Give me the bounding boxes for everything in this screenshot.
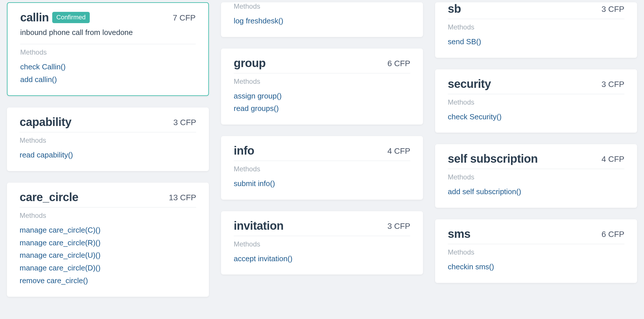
title-wrap: sms: [448, 227, 471, 240]
methods-label: Methods: [20, 136, 196, 144]
cfp-count: 3 CFP: [602, 5, 624, 14]
method-link[interactable]: manage care_circle(U)(): [20, 250, 196, 261]
card-header: self subscription4 CFP: [448, 152, 624, 165]
card-title: sb: [448, 2, 461, 15]
cfp-count: 4 CFP: [602, 155, 624, 164]
method-link[interactable]: remove care_circle(): [20, 275, 196, 286]
card-header: security3 CFP: [448, 77, 624, 90]
cfp-count: 13 CFP: [169, 193, 196, 202]
card-freshdesk[interactable]: Methodslog freshdesk(): [221, 2, 423, 37]
card-callin[interactable]: callinConfirmed7 CFPinbound phone call f…: [7, 2, 209, 96]
methods-list: check Callin()add callin(): [20, 62, 196, 85]
card-sb[interactable]: sb3 CFPMethodssend SB(): [435, 2, 637, 58]
method-link[interactable]: read groups(): [234, 103, 410, 114]
divider: [234, 73, 410, 73]
methods-list: assign group()read groups(): [234, 91, 410, 114]
divider: [448, 244, 624, 244]
divider: [20, 207, 196, 207]
cfp-count: 4 CFP: [387, 146, 410, 156]
card-header: sms6 CFP: [448, 227, 624, 240]
card-header: callinConfirmed7 CFP: [20, 11, 196, 24]
divider: [234, 161, 410, 161]
card-description: inbound phone call from lovedone: [20, 28, 196, 37]
card-sms[interactable]: sms6 CFPMethodscheckin sms(): [435, 219, 637, 283]
methods-label: Methods: [234, 2, 410, 10]
methods-list: add self subscription(): [448, 186, 624, 197]
method-link[interactable]: accept invitation(): [234, 253, 410, 264]
card-title: info: [234, 144, 254, 157]
method-link[interactable]: check Callin(): [20, 62, 196, 73]
cfp-count: 3 CFP: [173, 118, 196, 127]
card-title: callin: [20, 11, 49, 24]
card-title: capability: [20, 116, 72, 129]
title-wrap: self subscription: [448, 152, 538, 165]
cfp-count: 3 CFP: [602, 80, 624, 89]
column-2: sb3 CFPMethodssend SB()security3 CFPMeth…: [435, 2, 637, 297]
methods-label: Methods: [448, 173, 624, 181]
cfp-count: 6 CFP: [602, 230, 624, 239]
title-wrap: care_circle: [20, 191, 78, 204]
method-link[interactable]: check Security(): [448, 112, 624, 123]
methods-label: Methods: [20, 212, 196, 220]
card-header: group6 CFP: [234, 57, 410, 70]
methods-list: manage care_circle(C)()manage care_circl…: [20, 225, 196, 286]
methods-label: Methods: [448, 23, 624, 31]
card-header: capability3 CFP: [20, 116, 196, 129]
methods-list: check Security(): [448, 112, 624, 123]
cfp-count: 3 CFP: [387, 222, 410, 231]
methods-list: accept invitation(): [234, 253, 410, 264]
title-wrap: capability: [20, 116, 72, 129]
title-wrap: invitation: [234, 219, 284, 232]
methods-label: Methods: [20, 48, 196, 56]
title-wrap: callinConfirmed: [20, 11, 90, 24]
divider: [234, 236, 410, 236]
card-title: self subscription: [448, 152, 538, 165]
method-link[interactable]: send SB(): [448, 36, 624, 47]
card-header: info4 CFP: [234, 144, 410, 157]
card-self_subscription[interactable]: self subscription4 CFPMethodsadd self su…: [435, 144, 637, 208]
divider: [20, 132, 196, 132]
method-link[interactable]: add self subscription(): [448, 186, 624, 197]
card-header: invitation3 CFP: [234, 219, 410, 232]
card-capability[interactable]: capability3 CFPMethodsread capability(): [7, 107, 209, 171]
title-wrap: info: [234, 144, 254, 157]
card-title: invitation: [234, 219, 284, 232]
column-0: callinConfirmed7 CFPinbound phone call f…: [7, 2, 209, 297]
card-title: care_circle: [20, 191, 78, 204]
card-title: sms: [448, 227, 471, 240]
methods-label: Methods: [448, 98, 624, 106]
card-care_circle[interactable]: care_circle13 CFPMethodsmanage care_circ…: [7, 183, 209, 296]
methods-label: Methods: [234, 165, 410, 173]
divider: [448, 169, 624, 169]
method-link[interactable]: checkin sms(): [448, 261, 624, 272]
card-grid: callinConfirmed7 CFPinbound phone call f…: [0, 0, 644, 297]
divider: [20, 44, 196, 44]
method-link[interactable]: manage care_circle(R)(): [20, 238, 196, 248]
method-link[interactable]: manage care_circle(D)(): [20, 263, 196, 274]
method-link[interactable]: add callin(): [20, 74, 196, 85]
card-info[interactable]: info4 CFPMethodssubmit info(): [221, 136, 423, 200]
method-link[interactable]: read capability(): [20, 150, 196, 161]
card-group[interactable]: group6 CFPMethodsassign group()read grou…: [221, 49, 423, 125]
card-security[interactable]: security3 CFPMethodscheck Security(): [435, 69, 637, 133]
methods-label: Methods: [234, 240, 410, 248]
methods-label: Methods: [234, 77, 410, 86]
method-link[interactable]: manage care_circle(C)(): [20, 225, 196, 236]
methods-list: send SB(): [448, 36, 624, 47]
column-1: Methodslog freshdesk()group6 CFPMethodsa…: [221, 2, 423, 297]
status-badge: Confirmed: [52, 12, 89, 23]
card-header: care_circle13 CFP: [20, 191, 196, 204]
card-header: sb3 CFP: [448, 2, 624, 15]
divider: [448, 19, 624, 19]
methods-label: Methods: [448, 248, 624, 256]
method-link[interactable]: assign group(): [234, 91, 410, 102]
methods-list: submit info(): [234, 178, 410, 189]
methods-list: log freshdesk(): [234, 16, 410, 27]
title-wrap: security: [448, 77, 491, 90]
title-wrap: group: [234, 57, 266, 70]
card-invitation[interactable]: invitation3 CFPMethodsaccept invitation(…: [221, 211, 423, 275]
cfp-count: 6 CFP: [387, 59, 410, 68]
method-link[interactable]: submit info(): [234, 178, 410, 189]
method-link[interactable]: log freshdesk(): [234, 16, 410, 27]
divider: [448, 94, 624, 94]
